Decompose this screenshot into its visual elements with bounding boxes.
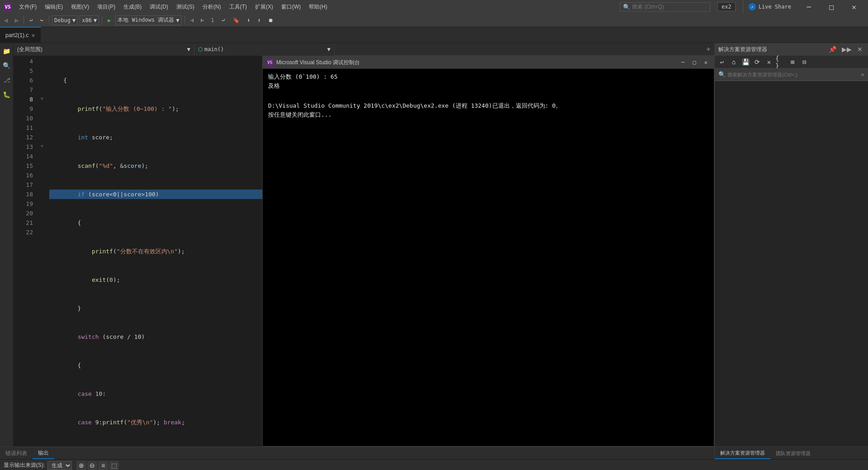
undo-button[interactable]: ↩ <box>27 16 35 24</box>
sol-toolbar-btn-6[interactable]: { } <box>775 57 786 67</box>
sol-toolbar-btn-2[interactable]: ⌂ <box>728 57 739 67</box>
bookmark-btn[interactable]: 🔖 <box>230 16 242 24</box>
console-maximize-button[interactable]: □ <box>690 59 699 66</box>
search-box[interactable]: 🔍 <box>620 2 710 12</box>
solution-search-input[interactable] <box>727 72 859 77</box>
tab-close-button[interactable]: × <box>31 32 35 39</box>
output-btn-4[interactable]: ⬚ <box>109 461 119 470</box>
menu-view[interactable]: 视图(V) <box>67 2 93 12</box>
activity-explorer[interactable]: 📁 <box>0 45 13 57</box>
console-panel: VS Microsoft Visual Studio 调试控制台 ─ □ ✕ 输… <box>262 56 714 446</box>
bottom-section: 错误列表 输出 解决方案资源管理器 团队资源管理器 显示输出来源(S): 生成 … <box>0 446 868 470</box>
solution-header-title: 解决方案资源管理器 <box>718 46 825 53</box>
back-button[interactable]: ◁ <box>2 16 10 24</box>
collapse-switch-icon[interactable]: ▽ <box>41 144 43 148</box>
solution-pin-button[interactable]: 📌 <box>827 46 838 53</box>
solution-close-button[interactable]: ✕ <box>855 46 864 53</box>
output-buttons: ⊕ ⊖ ≡ ⬚ <box>76 461 119 470</box>
output-source-select[interactable]: 生成 <box>47 461 72 470</box>
forward-button[interactable]: ▷ <box>12 16 21 24</box>
output-btn-1[interactable]: ⊕ <box>76 461 86 470</box>
line-num-12: 12 <box>14 133 33 142</box>
output-source-label: 显示输出来源(S): <box>4 461 45 469</box>
window-controls: ↗ Live Share ─ □ ✕ <box>743 0 864 14</box>
sol-toolbar-btn-5[interactable]: ✕ <box>764 57 774 67</box>
output-btn-2[interactable]: ⊖ <box>87 461 97 470</box>
close-button[interactable]: ✕ <box>844 0 864 14</box>
menu-debug[interactable]: 调试(D) <box>146 2 172 12</box>
debug-btn-1[interactable]: ⊣ <box>188 16 196 24</box>
debug-btn-4[interactable]: ⤶ <box>218 16 228 24</box>
solution-bottom-tab-1[interactable]: 解决方案资源管理器 <box>715 447 770 459</box>
sol-toolbar-btn-3[interactable]: 💾 <box>740 57 751 67</box>
sol-toolbar-btn-1[interactable]: ↩ <box>717 57 727 67</box>
solution-bottom-tab-2[interactable]: 团队资源管理器 <box>770 447 816 459</box>
console-line-4: 按任意键关闭此窗口... <box>268 110 708 119</box>
menu-analyze[interactable]: 分析(N) <box>199 2 225 12</box>
function-dropdown[interactable]: ⬡ main() ▼ <box>194 43 335 56</box>
line-num-6: 6 <box>14 76 33 85</box>
redo-button[interactable]: ↪ <box>38 16 46 24</box>
search-icon: 🔍 <box>623 4 630 10</box>
bottom-tab-output[interactable]: 输出 <box>33 447 54 459</box>
menu-test[interactable]: 测试(S) <box>173 2 198 12</box>
activity-debug[interactable]: 🐛 <box>0 88 13 101</box>
menu-file[interactable]: 文件(F) <box>15 2 40 12</box>
editor-dropdowns: (全局范围) ▼ ⬡ main() ▼ + <box>14 43 714 56</box>
solution-panel: 解决方案资源管理器 📌 ▶▶ ✕ ↩ ⌂ 💾 ⟳ ✕ { } ⊞ ⊟ 🔍 ✕ <box>714 43 868 446</box>
line-num-5: 5 <box>14 66 33 76</box>
sol-toolbar-btn-4[interactable]: ⟳ <box>752 57 763 67</box>
solution-search-clear-icon[interactable]: ✕ <box>861 71 864 78</box>
activity-source-control[interactable]: ⎇ <box>0 74 13 86</box>
console-minimize-button[interactable]: ─ <box>679 59 687 66</box>
line-num-13: 13 <box>14 142 33 152</box>
collapse-if-icon[interactable]: ▽ <box>41 96 43 101</box>
live-share-button[interactable]: ↗ Live Share <box>743 0 797 14</box>
collapse-column: ▽ ▽ <box>38 56 46 446</box>
minimize-button[interactable]: ─ <box>798 0 819 14</box>
menu-help[interactable]: 帮助(H) <box>305 2 331 12</box>
menu-window[interactable]: 窗口(W) <box>278 2 304 12</box>
config-dropdown[interactable]: Debug ▼ <box>52 15 78 25</box>
output-btn-3[interactable]: ≡ <box>98 461 108 470</box>
debug-btn-7[interactable]: ⏺ <box>265 16 276 24</box>
solution-search[interactable]: 🔍 ✕ <box>715 68 868 81</box>
debug-btn-3[interactable]: ⤵ <box>208 16 217 24</box>
menu-tools[interactable]: 工具(T) <box>226 2 250 12</box>
platform-dropdown[interactable]: x86 ▼ <box>80 15 99 25</box>
scope-dropdown[interactable]: (全局范围) ▼ <box>14 43 194 56</box>
tab-bar: part2(1).c × <box>0 27 868 43</box>
sol-toolbar-btn-8[interactable]: ⊟ <box>799 57 810 67</box>
debug-btn-2[interactable]: ⊢ <box>198 16 207 24</box>
run-dropdown[interactable]: 本地 Windows 调试器 ▼ <box>115 15 181 25</box>
menu-build[interactable]: 生成(B) <box>120 2 145 12</box>
sol-toolbar-btn-7[interactable]: ⊞ <box>787 57 798 67</box>
add-icon[interactable]: + <box>706 45 711 53</box>
solution-expand-button[interactable]: ▶▶ <box>840 46 854 53</box>
line-num-16: 16 <box>14 171 33 180</box>
console-line-1: 输入分数 (0`100) : 65 <box>268 72 708 81</box>
run-button[interactable]: ▶ <box>105 16 113 24</box>
console-close-button[interactable]: ✕ <box>702 59 710 66</box>
search-input[interactable] <box>632 4 704 10</box>
editor-tab[interactable]: part2(1).c × <box>0 27 41 43</box>
menu-edit[interactable]: 编辑(E) <box>41 2 66 12</box>
bottom-tab-errors[interactable]: 错误列表 <box>0 447 33 459</box>
line-num-10: 10 <box>14 114 33 123</box>
bottom-tabs-right: 解决方案资源管理器 团队资源管理器 <box>714 447 868 459</box>
solution-search-icon: 🔍 <box>718 71 726 78</box>
bottom-tabs-left: 错误列表 输出 <box>0 447 714 459</box>
menu-extensions[interactable]: 扩展(X) <box>251 2 277 12</box>
live-share-icon: ↗ <box>749 3 756 10</box>
debug-btn-6[interactable]: ⬆ <box>255 16 263 24</box>
console-title: Microsoft Visual Studio 调试控制台 <box>276 59 676 66</box>
scope-label: (全局范围) <box>17 46 42 53</box>
solution-header: 解决方案资源管理器 📌 ▶▶ ✕ <box>715 43 868 56</box>
activity-search[interactable]: 🔍 <box>0 59 13 72</box>
line-num-7: 7 <box>14 85 33 95</box>
activity-bar: 📁 🔍 ⎇ 🐛 <box>0 43 14 446</box>
debug-btn-5[interactable]: ⬇ <box>244 16 253 24</box>
menu-project[interactable]: 项目(P) <box>94 2 119 12</box>
maximize-button[interactable]: □ <box>821 0 842 14</box>
console-vs-icon: VS <box>266 59 274 66</box>
